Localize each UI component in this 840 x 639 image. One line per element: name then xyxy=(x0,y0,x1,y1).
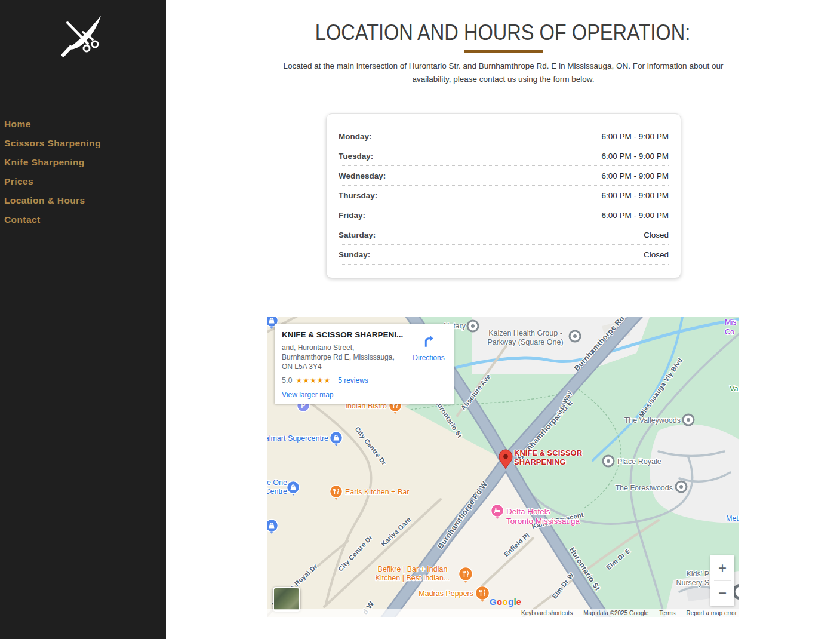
place-label: Place Royale xyxy=(617,457,661,466)
time-value: 6:00 PM - 9:00 PM xyxy=(601,132,669,141)
day-label: Saturday: xyxy=(339,231,376,239)
time-value: Closed xyxy=(644,250,669,259)
place-label: Co xyxy=(725,328,734,336)
title-underline xyxy=(464,50,543,53)
place-label: Mis xyxy=(725,318,736,327)
day-label: Wednesday: xyxy=(339,171,386,180)
sidebar-item-prices[interactable]: Prices xyxy=(4,172,101,191)
report-map-error-link[interactable]: Report a map error xyxy=(687,610,737,616)
place-label: Square One xyxy=(267,478,287,487)
sidebar-item-scissors-sharpening[interactable]: Scissors Sharpening xyxy=(4,134,101,153)
marker-label: SHARPENING xyxy=(514,457,566,466)
satellite-view-toggle[interactable] xyxy=(273,587,300,612)
sidebar: Home Scissors Sharpening Knife Sharpenin… xyxy=(0,0,166,639)
place-label: The Valleywoods xyxy=(624,416,681,425)
sidebar-item-home[interactable]: Home xyxy=(4,115,101,134)
terms-link[interactable]: Terms xyxy=(659,610,675,616)
place-label: Nursery S xyxy=(676,579,709,587)
place-label: Parkway (Square One) xyxy=(487,338,563,346)
place-label: Befikre | Bar + Indian xyxy=(378,565,448,573)
place-label: Met xyxy=(726,514,739,523)
time-value: 6:00 PM - 9:00 PM xyxy=(601,211,669,220)
map-data-copyright: Map data ©2025 Google xyxy=(583,610,648,616)
page-title: LOCATION AND HOURS OF OPERATION: xyxy=(315,20,690,45)
google-map-embed[interactable]: Hurontario St Hurontario St Burnhamthorp… xyxy=(267,317,739,617)
time-value: 6:00 PM - 9:00 PM xyxy=(601,171,669,180)
hours-row: Sunday:Closed xyxy=(339,245,669,265)
hours-row: Monday:6:00 PM - 9:00 PM xyxy=(339,127,669,146)
directions-icon xyxy=(421,333,436,349)
place-label: Toronto Mississauga xyxy=(506,517,580,526)
hours-row: Wednesday:6:00 PM - 9:00 PM xyxy=(339,166,669,186)
view-larger-map-link[interactable]: View larger map xyxy=(282,391,333,399)
map-attribution-bar: Keyboard shortcuts Map data ©2025 Google… xyxy=(267,609,739,617)
rating-stars: ★★★★★ xyxy=(296,376,331,385)
place-label: Walmart Supercentre xyxy=(267,434,328,443)
zoom-in-button[interactable]: + xyxy=(710,555,734,580)
marker-label: KNIFE & SCISSOR xyxy=(514,448,583,457)
hours-row: Tuesday:6:00 PM - 9:00 PM xyxy=(339,146,669,166)
page-title-wrap: LOCATION AND HOURS OF OPERATION: xyxy=(166,20,840,45)
sidebar-item-knife-sharpening[interactable]: Knife Sharpening xyxy=(4,153,101,172)
rating-score: 5.0 xyxy=(282,376,292,385)
sidebar-item-location-hours[interactable]: Location & Hours xyxy=(4,191,101,210)
reviews-link[interactable]: 5 reviews xyxy=(338,376,368,385)
time-value: Closed xyxy=(644,231,669,239)
day-label: Sunday: xyxy=(339,250,370,259)
place-label: Earls Kitchen + Bar xyxy=(345,488,409,496)
rating-row: 5.0 ★★★★★ 5 reviews xyxy=(282,376,447,385)
sidebar-nav: Home Scissors Sharpening Knife Sharpenin… xyxy=(4,115,101,229)
google-logo[interactable]: Google xyxy=(490,597,522,607)
day-label: Monday: xyxy=(339,132,372,141)
place-label: Kaizen Health Group - xyxy=(488,329,562,337)
directions-button[interactable]: Directions xyxy=(410,333,448,362)
place-label: The Forestwoods xyxy=(615,484,673,492)
place-label: Delta Hotels xyxy=(506,507,550,516)
hours-row: Friday:6:00 PM - 9:00 PM xyxy=(339,205,669,225)
zoom-out-button[interactable]: − xyxy=(710,581,734,606)
day-label: Tuesday: xyxy=(339,152,373,161)
time-value: 6:00 PM - 9:00 PM xyxy=(601,152,669,161)
place-label: Kitchen | Best Indian... xyxy=(376,574,450,582)
page: { "sidebar": { "nav": [ {"label": "Home"… xyxy=(0,0,840,639)
directions-label: Directions xyxy=(410,354,448,362)
place-label: Va xyxy=(730,385,738,393)
day-label: Friday: xyxy=(339,211,365,220)
hours-row: Thursday:6:00 PM - 9:00 PM xyxy=(339,186,669,205)
place-label: Madras Peppers xyxy=(419,589,473,598)
sidebar-item-contact[interactable]: Contact xyxy=(4,210,101,229)
intro-text: Located at the main intersection of Huro… xyxy=(275,60,731,85)
place-label: Shopping Centre xyxy=(267,487,287,496)
day-label: Thursday: xyxy=(339,191,377,200)
knife-and-scissors-logo-icon xyxy=(61,14,103,62)
hours-card: Monday:6:00 PM - 9:00 PM Tuesday:6:00 PM… xyxy=(326,113,681,278)
map-zoom-control: + − xyxy=(710,555,734,606)
map-info-card: KNIFE & SCISSOR SHARPENI... and, Huronta… xyxy=(275,324,454,404)
place-label: Kids' P xyxy=(686,570,709,578)
keyboard-shortcuts-link[interactable]: Keyboard shortcuts xyxy=(521,610,573,616)
time-value: 6:00 PM - 9:00 PM xyxy=(601,191,669,200)
hours-row: Saturday:Closed xyxy=(339,225,669,245)
